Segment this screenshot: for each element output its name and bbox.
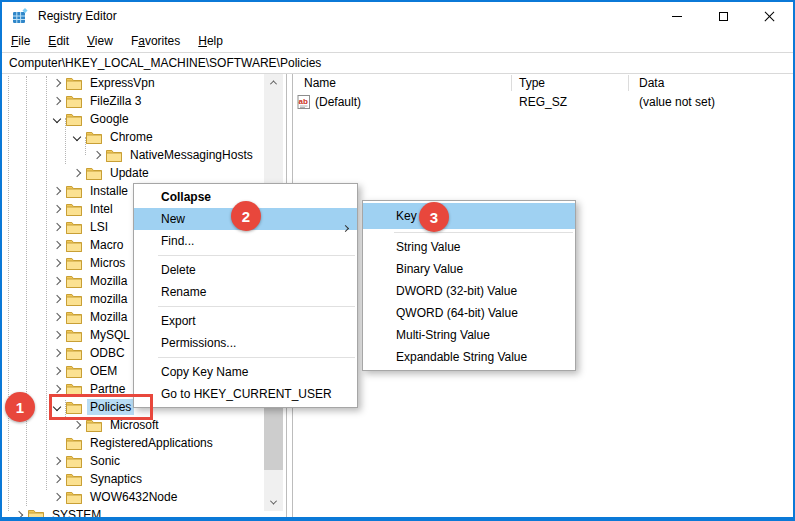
context-menu-item-delete[interactable]: Delete [134, 259, 357, 281]
expand-arrow-icon[interactable] [48, 458, 66, 464]
tree-item-update[interactable]: Update [2, 164, 264, 182]
folder-icon [66, 311, 82, 324]
annotation-callout-3: 3 [419, 202, 449, 232]
folder-icon [66, 95, 82, 108]
expand-arrow-icon[interactable] [48, 188, 66, 194]
menubar-item-file[interactable]: File [4, 32, 37, 50]
expand-arrow-icon[interactable] [48, 242, 66, 248]
submenu-item-key[interactable]: Key [363, 203, 575, 229]
menu-item-label: String Value [396, 240, 460, 254]
menu-separator [394, 232, 573, 233]
collapse-arrow-icon[interactable] [48, 116, 66, 122]
context-menu-item-export[interactable]: Export [134, 310, 357, 332]
callout-number: 1 [16, 399, 24, 416]
context-menu-item-rename[interactable]: Rename [134, 281, 357, 303]
menu-separator [158, 357, 355, 358]
tree-item-label: Macro [87, 237, 126, 253]
column-separator[interactable] [628, 75, 629, 91]
expand-arrow-icon[interactable] [48, 368, 66, 374]
expand-arrow-icon[interactable] [10, 512, 28, 517]
expand-arrow-icon[interactable] [48, 476, 66, 482]
submenu-item-dword-32-bit-value[interactable]: DWORD (32-bit) Value [363, 280, 575, 302]
scroll-up-button[interactable] [264, 74, 283, 91]
expand-arrow-icon[interactable] [48, 80, 66, 86]
tree-item-google[interactable]: Google [2, 110, 264, 128]
tree-item-filezilla-3[interactable]: FileZilla 3 [2, 92, 264, 110]
tree-item-sonic[interactable]: Sonic [2, 452, 264, 470]
menubar-item-help[interactable]: Help [191, 32, 230, 50]
menu-item-label: Export [161, 314, 196, 328]
expand-arrow-icon[interactable] [48, 386, 66, 392]
folder-icon [66, 365, 82, 378]
tree-item-label: ExpressVpn [87, 75, 158, 91]
folder-icon [66, 203, 82, 216]
context-menu-item-copy-key-name[interactable]: Copy Key Name [134, 361, 357, 383]
folder-icon [106, 149, 122, 162]
submenu-item-qword-64-bit-value[interactable]: QWORD (64-bit) Value [363, 302, 575, 324]
expand-arrow-icon[interactable] [48, 224, 66, 230]
scroll-down-button[interactable] [264, 494, 283, 511]
value-row-default[interactable]: ab (Default) REG_SZ (value not set) [293, 93, 793, 111]
menu-item-label: New [161, 212, 185, 226]
collapse-arrow-icon[interactable] [68, 134, 86, 140]
svg-text:ab: ab [299, 97, 308, 106]
tree-item-label: LSI [87, 219, 111, 235]
tree-item-wow6432node[interactable]: WOW6432Node [2, 488, 264, 506]
tree-item-system[interactable]: SYSTEM [2, 506, 264, 517]
expand-arrow-icon[interactable] [48, 206, 66, 212]
submenu-item-binary-value[interactable]: Binary Value [363, 258, 575, 280]
tree-item-label: Intel [87, 201, 116, 217]
address-input[interactable] [2, 56, 793, 70]
menu-item-label: QWORD (64-bit) Value [396, 306, 518, 320]
tree-item-nativemessaginghosts[interactable]: NativeMessagingHosts [2, 146, 264, 164]
expand-arrow-icon[interactable] [88, 152, 106, 158]
column-separator[interactable] [511, 75, 512, 91]
expand-arrow-icon[interactable] [48, 332, 66, 338]
menu-item-label: Delete [161, 263, 196, 277]
tree-item-expressvpn[interactable]: ExpressVpn [2, 74, 264, 92]
column-header-name[interactable]: Name [304, 76, 336, 90]
submenu-item-multi-string-value[interactable]: Multi-String Value [363, 324, 575, 346]
expand-arrow-icon[interactable] [48, 260, 66, 266]
context-menu-item-find[interactable]: Find... [134, 230, 357, 252]
maximize-button[interactable] [700, 2, 746, 30]
string-value-icon: ab [297, 95, 311, 109]
menu-item-label: Key [396, 209, 417, 223]
expand-arrow-icon[interactable] [48, 296, 66, 302]
folder-icon [66, 347, 82, 360]
tree-item-chrome[interactable]: Chrome [2, 128, 264, 146]
minimize-button[interactable] [654, 2, 700, 30]
annotation-box-policies [49, 394, 153, 420]
folder-icon [66, 473, 82, 486]
tree-item-label: Update [107, 165, 152, 181]
menu-item-label: DWORD (32-bit) Value [396, 284, 517, 298]
folder-icon [66, 437, 82, 450]
close-button[interactable] [746, 2, 792, 30]
submenu-item-expandable-string-value[interactable]: Expandable String Value [363, 346, 575, 368]
expand-arrow-icon[interactable] [48, 98, 66, 104]
value-name: (Default) [315, 95, 361, 109]
tree-item-synaptics[interactable]: Synaptics [2, 470, 264, 488]
tree-item-label: Installe [87, 183, 131, 199]
column-header-type[interactable]: Type [519, 76, 545, 90]
menubar-item-favorites[interactable]: Favorites [124, 32, 187, 50]
menubar-item-edit[interactable]: Edit [41, 32, 76, 50]
annotation-callout-1: 1 [5, 392, 35, 422]
expand-arrow-icon[interactable] [48, 350, 66, 356]
context-menu-item-go-to-hkey-current-user[interactable]: Go to HKEY_CURRENT_USER [134, 383, 357, 405]
tree-item-registeredapplications[interactable]: RegisteredApplications [2, 434, 264, 452]
folder-icon [66, 221, 82, 234]
expand-arrow-icon[interactable] [68, 170, 86, 176]
expand-arrow-icon[interactable] [48, 494, 66, 500]
expand-arrow-icon[interactable] [48, 278, 66, 284]
menubar-item-view[interactable]: View [80, 32, 120, 50]
folder-icon [86, 167, 102, 180]
folder-icon [66, 257, 82, 270]
expand-arrow-icon[interactable] [68, 422, 86, 428]
submenu-item-string-value[interactable]: String Value [363, 236, 575, 258]
expand-arrow-icon[interactable] [48, 314, 66, 320]
close-icon [764, 11, 775, 22]
menu-separator [158, 255, 355, 256]
context-menu-item-permissions[interactable]: Permissions... [134, 332, 357, 354]
column-header-data[interactable]: Data [639, 76, 664, 90]
